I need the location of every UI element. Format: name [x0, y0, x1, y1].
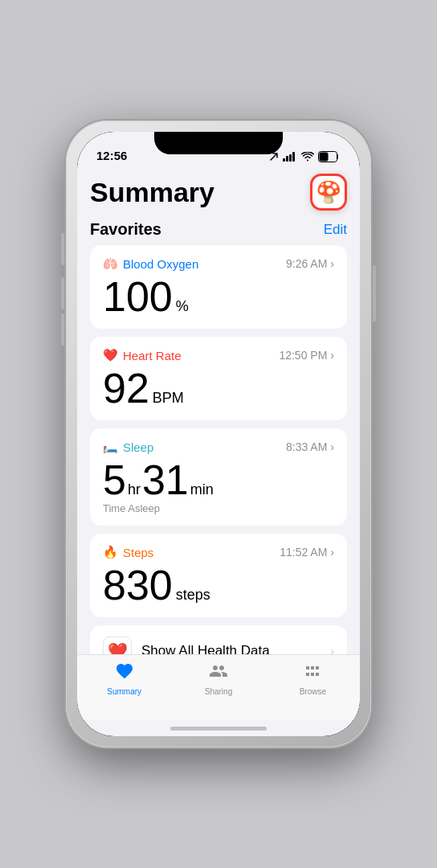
blood-oxygen-unit: %: [176, 298, 189, 315]
svg-rect-0: [283, 158, 285, 162]
favorites-section-header: Favorites Edit: [90, 220, 347, 239]
steps-card-header: 🔥 Steps 11:52 AM ›: [103, 545, 334, 559]
blood-oxygen-chevron: ›: [330, 257, 334, 270]
heart-rate-card[interactable]: ❤️ Heart Rate 12:50 PM › 92 BPM: [90, 337, 347, 420]
heart-rate-card-header: ❤️ Heart Rate 12:50 PM ›: [103, 348, 334, 362]
svg-rect-5: [320, 153, 329, 162]
sleep-minutes-number: 31: [142, 459, 189, 501]
heart-rate-unit: BPM: [153, 390, 184, 407]
sleep-minutes-unit: min: [190, 481, 214, 498]
page-title: Summary: [90, 177, 214, 208]
blood-oxygen-card-header: 🫁 Blood Oxygen 9:26 AM ›: [103, 256, 334, 271]
profile-button[interactable]: 🍄: [310, 174, 347, 211]
summary-tab-label: Summary: [107, 687, 141, 696]
summary-icon: [115, 661, 134, 684]
home-bar: [170, 727, 267, 731]
sleep-icon: 🛏️: [103, 440, 118, 454]
browse-tab-label: Browse: [300, 687, 326, 696]
heart-rate-value: 92 BPM: [103, 367, 334, 409]
favorites-title: Favorites: [90, 220, 161, 239]
sleep-hours-unit: hr: [128, 481, 141, 498]
sleep-hours-number: 5: [103, 459, 126, 501]
sleep-label: 🛏️ Sleep: [103, 440, 153, 454]
svg-rect-2: [289, 154, 292, 162]
blood-oxygen-number: 100: [103, 276, 173, 317]
signal-icon: [283, 152, 297, 162]
steps-card[interactable]: 🔥 Steps 11:52 AM › 830 steps: [90, 534, 347, 617]
browse-icon: [303, 661, 322, 684]
sleep-time: 8:33 AM ›: [286, 440, 334, 453]
steps-icon: 🔥: [103, 545, 118, 559]
heart-rate-chevron: ›: [330, 349, 334, 362]
sharing-tab-label: Sharing: [205, 687, 232, 696]
show-all-health-card[interactable]: ❤️ Show All Health Data ›: [90, 625, 347, 654]
sleep-card[interactable]: 🛏️ Sleep 8:33 AM › 5 hr 31 min: [90, 428, 347, 526]
heart-rate-label-text: Heart Rate: [123, 349, 182, 362]
svg-rect-3: [292, 152, 295, 162]
blood-oxygen-label: 🫁 Blood Oxygen: [103, 256, 198, 271]
sleep-card-header: 🛏️ Sleep 8:33 AM ›: [103, 440, 334, 454]
heart-rate-icon: ❤️: [103, 348, 118, 362]
blood-oxygen-card[interactable]: 🫁 Blood Oxygen 9:26 AM › 100 %: [90, 245, 347, 329]
steps-value: 830 steps: [103, 564, 334, 606]
tab-browse[interactable]: Browse: [266, 661, 360, 696]
svg-rect-1: [286, 156, 288, 162]
steps-label: 🔥 Steps: [103, 545, 153, 559]
sleep-value: 5 hr 31 min: [103, 459, 334, 501]
battery-icon: [318, 151, 341, 162]
steps-number: 830: [103, 564, 173, 606]
sleep-label-text: Sleep: [123, 440, 153, 454]
sleep-chevron: ›: [330, 440, 334, 453]
sleep-sub-label: Time Asleep: [103, 502, 334, 514]
content-area: Summary 🍄 Favorites Edit 🫁 Blood Oxygen: [77, 167, 360, 654]
tab-sharing[interactable]: Sharing: [171, 661, 265, 696]
wifi-icon: [301, 152, 314, 162]
tab-bar: Summary Sharing Br: [77, 654, 360, 720]
tab-summary[interactable]: Summary: [77, 661, 171, 696]
home-indicator: [77, 720, 360, 736]
blood-oxygen-label-text: Blood Oxygen: [123, 257, 198, 271]
steps-unit: steps: [176, 587, 210, 604]
edit-button[interactable]: Edit: [324, 222, 347, 238]
blood-oxygen-time: 9:26 AM ›: [286, 257, 334, 270]
blood-oxygen-icon: 🫁: [103, 256, 118, 271]
header: Summary 🍄: [90, 167, 347, 220]
sharing-icon: [209, 661, 228, 684]
heart-rate-label: ❤️ Heart Rate: [103, 348, 182, 362]
heart-rate-number: 92: [103, 367, 149, 409]
show-all-icon: ❤️: [103, 637, 132, 654]
steps-label-text: Steps: [123, 546, 153, 559]
show-all-label: Show All Health Data: [141, 643, 321, 654]
status-icons: [269, 151, 341, 162]
heart-rate-time: 12:50 PM ›: [279, 349, 334, 362]
status-time: 12:56: [96, 149, 127, 162]
steps-time: 11:52 AM ›: [280, 546, 334, 559]
blood-oxygen-value: 100 %: [103, 276, 334, 317]
show-all-chevron: ›: [330, 645, 334, 654]
steps-chevron: ›: [330, 546, 334, 559]
